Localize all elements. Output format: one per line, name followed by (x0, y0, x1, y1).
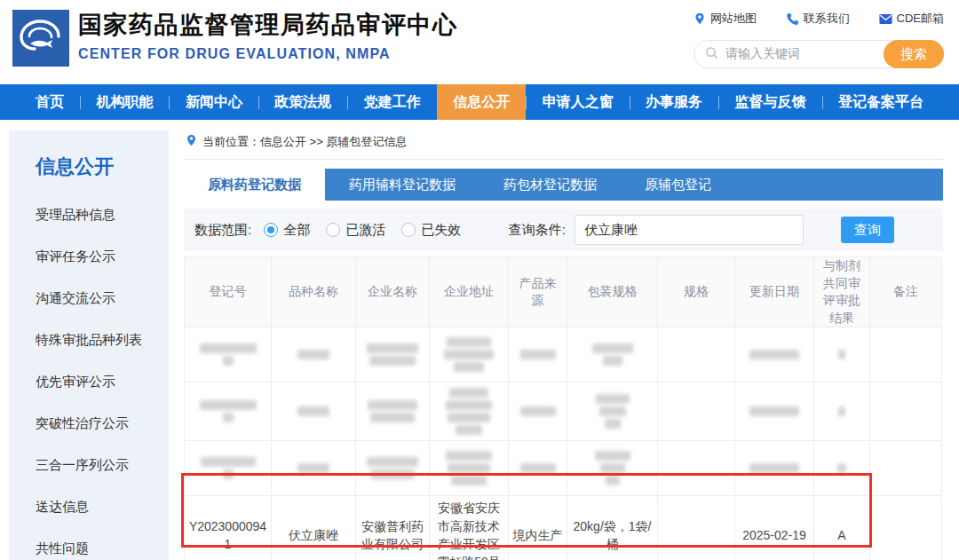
sidebar-item-3[interactable]: 沟通交流公示 (36, 290, 160, 307)
cell-r1-c6 (567, 327, 658, 383)
search-icon (705, 46, 718, 63)
column-header-8: 更新日期 (735, 257, 814, 327)
nav-item-4[interactable]: 政策法规 (258, 84, 347, 120)
sidebar-item-4[interactable]: 特殊审批品种列表 (36, 332, 160, 349)
redacted-text (201, 457, 256, 467)
redacted-text (520, 406, 556, 416)
cell-r2-c2 (272, 383, 356, 441)
column-header-4: 企业地址 (430, 257, 509, 327)
redacted-text (838, 350, 845, 359)
scope-label: 数据范围: (194, 222, 251, 239)
radio-label: 全部 (283, 222, 310, 239)
cell-r4-c10 (870, 496, 942, 560)
query-input[interactable] (575, 215, 804, 245)
main-nav: 首页机构职能新闻中心政策法规党建工作信息公开申请人之窗办事服务监督与反馈登记备案… (0, 84, 959, 120)
sidebar-item-5[interactable]: 优先审评公示 (36, 374, 160, 390)
cell-r3-c8 (735, 441, 814, 496)
redacted-text (297, 406, 329, 416)
sidebar-item-1[interactable]: 受理品种信息 (36, 207, 160, 224)
cell-r2-c6 (567, 383, 658, 441)
search-button[interactable]: 搜索 (884, 40, 944, 68)
cell-r1-c9 (814, 327, 870, 383)
radio-option-2[interactable]: 已激活 (326, 222, 385, 239)
radio-icon (264, 223, 278, 237)
column-header-2: 品种名称 (272, 257, 356, 327)
nav-item-5[interactable]: 党建工作 (348, 84, 437, 120)
cell-r4-c5: 境内生产 (509, 496, 567, 560)
sidebar-items: 受理品种信息审评任务公示沟通交流公示特殊审批品种列表优先审评公示突破性治疗公示三… (36, 207, 160, 560)
redacted-text (600, 463, 625, 473)
quick-link-label: 网站地图 (710, 11, 757, 27)
site-search-bar[interactable]: 请输入关键词 搜索 (693, 40, 944, 68)
sidebar-item-2[interactable]: 审评任务公示 (36, 248, 160, 265)
redacted-text (451, 476, 487, 485)
location-pin-icon (693, 12, 706, 26)
nav-item-2[interactable]: 机构职能 (80, 84, 169, 120)
cell-r1-c1 (185, 327, 272, 383)
cell-r1-c2 (272, 327, 356, 383)
nav-item-10[interactable]: 登记备案平台 (822, 84, 939, 120)
sidebar-item-7[interactable]: 三合一序列公示 (36, 457, 160, 474)
cell-r3-c5 (509, 441, 567, 496)
nav-item-1[interactable]: 首页 (20, 84, 80, 120)
cell-r2-c9 (814, 383, 870, 441)
redacted-text (599, 406, 626, 416)
table-row-4[interactable]: Y20230000941伏立康唑安徽普利药业有限公司安徽省安庆市高新技术产业开发… (185, 496, 942, 560)
table-row-2 (185, 383, 942, 441)
redacted-text (446, 400, 492, 410)
scope-radio-group: 全部已激活已失效 (264, 222, 477, 239)
redacted-text (448, 463, 490, 473)
nav-item-6[interactable]: 信息公开 (437, 84, 526, 120)
cell-r2-c7 (658, 383, 735, 441)
mail-icon (879, 12, 892, 26)
nav-item-3[interactable]: 新闻中心 (170, 84, 258, 120)
redacted-text (837, 463, 846, 473)
sidebar-item-9[interactable]: 共性问题 (36, 540, 160, 557)
breadcrumb: 当前位置：信息公开 >> 原辅包登记信息 (184, 120, 943, 160)
redacted-text (200, 400, 257, 410)
location-pin-icon (186, 134, 197, 150)
search-input[interactable]: 请输入关键词 (725, 46, 800, 62)
cell-r4-c4: 安徽省安庆市高新技术产业开发区霞虹路58号 (430, 496, 509, 560)
cell-r4-c9: A (814, 496, 870, 560)
sidebar-item-6[interactable]: 突破性治疗公示 (36, 415, 160, 432)
column-header-6: 包装规格 (567, 257, 658, 327)
tab-4[interactable]: 原辅包登记 (621, 169, 735, 201)
radio-option-1[interactable]: 全部 (264, 222, 310, 239)
tab-3[interactable]: 药包材登记数据 (480, 169, 621, 201)
cell-r3-c3 (356, 441, 430, 496)
cell-r3-c4 (430, 441, 509, 496)
sidebar-item-8[interactable]: 送达信息 (36, 499, 160, 516)
cell-r1-c3 (356, 327, 430, 383)
tab-1[interactable]: 原料药登记数据 (184, 169, 325, 201)
column-header-3: 企业名称 (356, 257, 430, 327)
cell-r3-c7 (658, 441, 735, 496)
nav-item-7[interactable]: 申请人之窗 (527, 84, 630, 120)
redacted-text (368, 400, 417, 410)
tab-2[interactable]: 药用辅料登记数据 (325, 169, 480, 201)
quick-link-2[interactable]: 联系我们 (786, 11, 850, 27)
radio-option-3[interactable]: 已失效 (401, 222, 461, 239)
redacted-text (223, 469, 234, 479)
redacted-text (223, 413, 234, 422)
column-header-10: 备注 (870, 257, 942, 327)
filter-bar: 数据范围: 全部已激活已失效 查询条件: 查询 (184, 209, 943, 251)
cell-r1-c7 (658, 327, 735, 383)
quick-link-1[interactable]: 网站地图 (693, 11, 757, 27)
redacted-text (447, 337, 491, 347)
nav-item-8[interactable]: 办事服务 (630, 84, 718, 120)
nav-item-9[interactable]: 监督与反馈 (719, 84, 822, 120)
cell-r4-c8: 2025-02-19 (735, 496, 814, 560)
sidebar-title: 信息公开 (36, 154, 160, 180)
redacted-text (223, 356, 234, 366)
main-content: 当前位置：信息公开 >> 原辅包登记信息 原料药登记数据药用辅料登记数据药包材登… (184, 120, 943, 560)
cell-r1-c4 (430, 327, 509, 383)
breadcrumb-text: 当前位置：信息公开 >> 原辅包登记信息 (202, 134, 407, 150)
table-header-row: 登记号品种名称企业名称企业地址产品来源包装规格规格更新日期与制剂共同审评审批结果… (185, 257, 942, 327)
redacted-text (297, 463, 329, 473)
cell-r1-c8 (735, 327, 814, 383)
quick-link-3[interactable]: CDE邮箱 (879, 11, 944, 27)
query-button[interactable]: 查询 (841, 217, 894, 243)
site-subtitle: CENTER FOR DRUG EVALUATION, NMPA (78, 46, 458, 62)
column-header-1: 登记号 (185, 257, 272, 327)
